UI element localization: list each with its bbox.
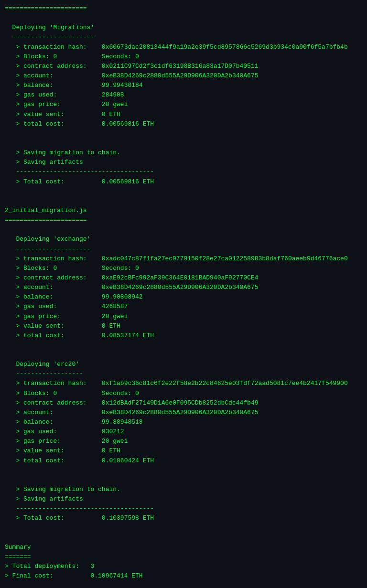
terminal-line: > transaction hash: 0x60673dac20813444f9… xyxy=(5,43,362,52)
terminal-line: > Blocks: 0 Seconds: 0 xyxy=(5,52,362,62)
terminal-line: > total cost: 0.00569816 ETH xyxy=(5,119,362,129)
terminal-line: Deploying 'Migrations' xyxy=(5,23,362,32)
terminal-line: > account: 0xeB38D4269c2880d555A29D906A3… xyxy=(5,71,362,81)
terminal-line xyxy=(5,139,362,148)
terminal-line: Summary xyxy=(5,543,362,552)
terminal-line: > Total deployments: 3 xyxy=(5,562,362,571)
terminal-line: > contract address: 0x0211C97Cd2f3c1df63… xyxy=(5,62,362,71)
terminal-line: > balance: 99.88948518 xyxy=(5,417,362,427)
terminal-line xyxy=(5,341,362,350)
terminal-line: > value sent: 0 ETH xyxy=(5,446,362,456)
terminal-line xyxy=(5,350,362,360)
terminal-line: > Saving migration to chain. xyxy=(5,485,362,494)
terminal-line: > Saving artifacts xyxy=(5,158,362,167)
terminal-line: > balance: 99.90808942 xyxy=(5,292,362,302)
terminal-line: ------------------ xyxy=(5,369,362,379)
terminal-line: ---------------------- xyxy=(5,32,362,42)
terminal-line: > gas price: 20 gwei xyxy=(5,100,362,109)
terminal-line xyxy=(5,13,362,23)
terminal-line: Deploying 'erc20' xyxy=(5,360,362,369)
terminal-line: > Blocks: 0 Seconds: 0 xyxy=(5,264,362,273)
terminal-line xyxy=(5,225,362,235)
terminal-line: > account: 0xeB38D4269c2880d555A29D906A3… xyxy=(5,408,362,417)
terminal-line: > value sent: 0 ETH xyxy=(5,110,362,119)
terminal-line: ------------------------------------- xyxy=(5,504,362,513)
terminal-line: > gas price: 20 gwei xyxy=(5,312,362,321)
terminal-line: > transaction hash: 0xadc047c87f1fa27ec9… xyxy=(5,254,362,264)
terminal-line: > gas used: 284908 xyxy=(5,90,362,100)
terminal-line: ====================== xyxy=(5,215,362,225)
terminal-line xyxy=(5,581,362,588)
terminal-line: ====================== xyxy=(5,4,362,13)
terminal-line xyxy=(5,533,362,543)
terminal-line: > Total cost: 0.10397598 ETH xyxy=(5,513,362,523)
terminal-line: > value sent: 0 ETH xyxy=(5,321,362,331)
terminal-line xyxy=(5,466,362,475)
terminal-line xyxy=(5,187,362,196)
terminal-line: > Final cost: 0.10967414 ETH xyxy=(5,571,362,581)
terminal-line: Deploying 'exchange' xyxy=(5,235,362,244)
terminal-line: > Total cost: 0.00569816 ETH xyxy=(5,177,362,187)
terminal-line: > gas used: 930212 xyxy=(5,427,362,437)
terminal-line: > gas used: 4268587 xyxy=(5,302,362,311)
terminal-line: > total cost: 0.08537174 ETH xyxy=(5,331,362,341)
terminal-line: > gas price: 20 gwei xyxy=(5,437,362,446)
terminal-line: ------------------------------------- xyxy=(5,167,362,177)
terminal-line: 2_initial_migration.js xyxy=(5,206,362,215)
terminal-line: > contract address: 0x12dBAdF27149D1A6e0… xyxy=(5,398,362,408)
terminal-line: > contract address: 0xaE92cBFc992aF39C36… xyxy=(5,273,362,283)
terminal-line: > Saving artifacts xyxy=(5,494,362,504)
terminal-line xyxy=(5,475,362,485)
terminal: ====================== Deploying 'Migrat… xyxy=(5,4,362,588)
terminal-line: ======= xyxy=(5,552,362,562)
terminal-line: > total cost: 0.01860424 ETH xyxy=(5,456,362,466)
terminal-line xyxy=(5,196,362,206)
terminal-line: > Saving migration to chain. xyxy=(5,148,362,158)
terminal-line: > transaction hash: 0xf1ab9c36c81c6f2e22… xyxy=(5,379,362,388)
terminal-line: > account: 0xeB38D4269c2880d555A29D906A3… xyxy=(5,283,362,292)
terminal-line: -------------------- xyxy=(5,245,362,254)
terminal-line xyxy=(5,524,362,533)
terminal-line: > Blocks: 0 Seconds: 0 xyxy=(5,389,362,398)
terminal-line xyxy=(5,129,362,139)
terminal-line: > balance: 99.99430184 xyxy=(5,81,362,90)
